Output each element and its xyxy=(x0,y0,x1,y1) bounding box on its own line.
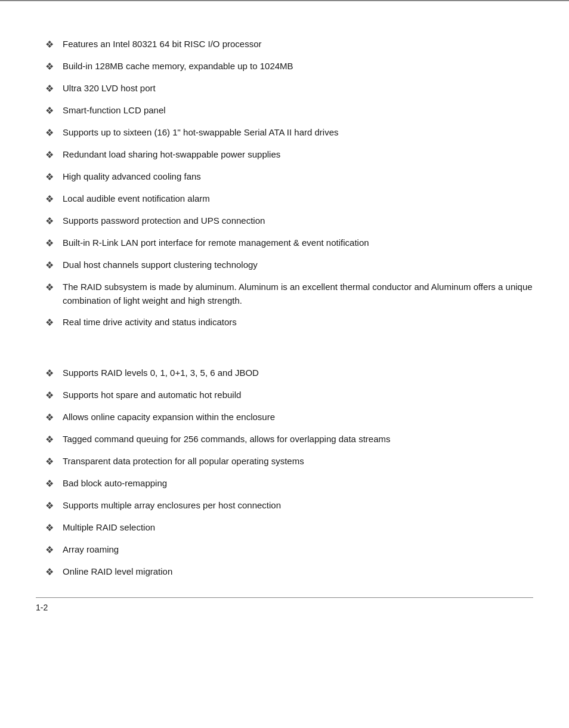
bullet-symbol: ❖ xyxy=(36,477,63,491)
bullet-symbol: ❖ xyxy=(36,104,63,118)
bullet-symbol: ❖ xyxy=(36,126,63,140)
bullet-text: Build-in 128MB cache memory, expandable … xyxy=(63,59,533,73)
bullet-text: Bad block auto-remapping xyxy=(63,476,533,490)
bullet-text: Tagged command queuing for 256 commands,… xyxy=(63,432,533,446)
bullet-text: Online RAID level migration xyxy=(63,564,533,578)
bullet-text: The RAID subsystem is made by aluminum. … xyxy=(63,280,533,308)
bullet-symbol: ❖ xyxy=(36,543,63,557)
bullet-symbol: ❖ xyxy=(36,499,63,513)
list-item: ❖Allows online capacity expansion within… xyxy=(36,410,533,425)
bullet-text: Transparent data protection for all popu… xyxy=(63,454,533,468)
bullet-text: Real time drive activity and status indi… xyxy=(63,315,533,329)
section2-list: ❖Supports RAID levels 0, 1, 0+1, 3, 5, 6… xyxy=(36,366,533,579)
bullet-symbol: ❖ xyxy=(36,280,63,295)
bullet-symbol: ❖ xyxy=(36,316,63,330)
bullet-symbol: ❖ xyxy=(36,82,63,96)
bullet-symbol: ❖ xyxy=(36,433,63,447)
section-1: ❖Features an Intel 80321 64 bit RISC I/O… xyxy=(36,37,533,330)
bullet-text: Supports hot spare and automatic hot reb… xyxy=(63,388,533,402)
list-item: ❖Ultra 320 LVD host port xyxy=(36,81,533,96)
bullet-symbol: ❖ xyxy=(36,192,63,206)
list-item: ❖Supports multiple array enclosures per … xyxy=(36,498,533,513)
list-item: ❖Online RAID level migration xyxy=(36,564,533,579)
list-item: ❖Bad block auto-remapping xyxy=(36,476,533,491)
section-gap xyxy=(36,348,533,366)
bullet-symbol: ❖ xyxy=(36,236,63,251)
bullet-text: Supports up to sixteen (16) 1" hot-swapp… xyxy=(63,125,533,139)
page-number: 1-2 xyxy=(36,603,48,612)
bullet-symbol: ❖ xyxy=(36,148,63,162)
bullet-symbol: ❖ xyxy=(36,258,63,273)
page-container: ❖Features an Intel 80321 64 bit RISC I/O… xyxy=(0,0,569,728)
bullet-symbol: ❖ xyxy=(36,214,63,229)
bullet-text: Multiple RAID selection xyxy=(63,520,533,534)
content-area: ❖Features an Intel 80321 64 bit RISC I/O… xyxy=(0,37,569,598)
bullet-text: High quality advanced cooling fans xyxy=(63,169,533,183)
bullet-text: Dual host channels support clustering te… xyxy=(63,258,533,272)
bullet-symbol: ❖ xyxy=(36,366,63,381)
bullet-symbol: ❖ xyxy=(36,521,63,535)
list-item: ❖Supports hot spare and automatic hot re… xyxy=(36,388,533,403)
list-item: ❖Tagged command queuing for 256 commands… xyxy=(36,432,533,447)
list-item: ❖Real time drive activity and status ind… xyxy=(36,315,533,330)
bullet-text: Ultra 320 LVD host port xyxy=(63,81,533,95)
bullet-text: Array roaming xyxy=(63,542,533,556)
list-item: ❖Smart-function LCD panel xyxy=(36,103,533,118)
section-2: ❖Supports RAID levels 0, 1, 0+1, 3, 5, 6… xyxy=(36,366,533,579)
bullet-text: Supports password protection and UPS con… xyxy=(63,214,533,227)
list-item: ❖Built-in R-Link LAN port interface for … xyxy=(36,236,533,251)
list-item: ❖Multiple RAID selection xyxy=(36,520,533,535)
list-item: ❖Redundant load sharing hot-swappable po… xyxy=(36,147,533,162)
list-item: ❖Build-in 128MB cache memory, expandable… xyxy=(36,59,533,74)
bullet-symbol: ❖ xyxy=(36,411,63,425)
list-item: ❖High quality advanced cooling fans xyxy=(36,169,533,184)
bullet-text: Allows online capacity expansion within … xyxy=(63,410,533,424)
section1-list: ❖Features an Intel 80321 64 bit RISC I/O… xyxy=(36,37,533,330)
list-item: ❖Transparent data protection for all pop… xyxy=(36,454,533,469)
bullet-symbol: ❖ xyxy=(36,388,63,403)
bullet-text: Smart-function LCD panel xyxy=(63,103,533,117)
bullet-text: Supports RAID levels 0, 1, 0+1, 3, 5, 6 … xyxy=(63,366,533,380)
bullet-text: Supports multiple array enclosures per h… xyxy=(63,498,533,512)
bullet-text: Features an Intel 80321 64 bit RISC I/O … xyxy=(63,37,533,51)
page-footer: 1-2 xyxy=(0,598,569,617)
bullet-symbol: ❖ xyxy=(36,170,63,184)
top-border xyxy=(0,0,569,1)
list-item: ❖Features an Intel 80321 64 bit RISC I/O… xyxy=(36,37,533,52)
bullet-text: Built-in R-Link LAN port interface for r… xyxy=(63,236,533,249)
list-item: ❖Local audible event notification alarm xyxy=(36,192,533,206)
bullet-symbol: ❖ xyxy=(36,38,63,52)
list-item: ❖Array roaming xyxy=(36,542,533,557)
list-item: ❖Supports password protection and UPS co… xyxy=(36,214,533,229)
bullet-symbol: ❖ xyxy=(36,455,63,469)
bullet-symbol: ❖ xyxy=(36,565,63,579)
list-item: ❖Supports up to sixteen (16) 1" hot-swap… xyxy=(36,125,533,140)
bullet-text: Redundant load sharing hot-swappable pow… xyxy=(63,147,533,161)
list-item: ❖The RAID subsystem is made by aluminum.… xyxy=(36,280,533,308)
list-item: ❖Dual host channels support clustering t… xyxy=(36,258,533,273)
bullet-symbol: ❖ xyxy=(36,60,63,74)
list-item: ❖Supports RAID levels 0, 1, 0+1, 3, 5, 6… xyxy=(36,366,533,381)
bullet-text: Local audible event notification alarm xyxy=(63,192,533,205)
